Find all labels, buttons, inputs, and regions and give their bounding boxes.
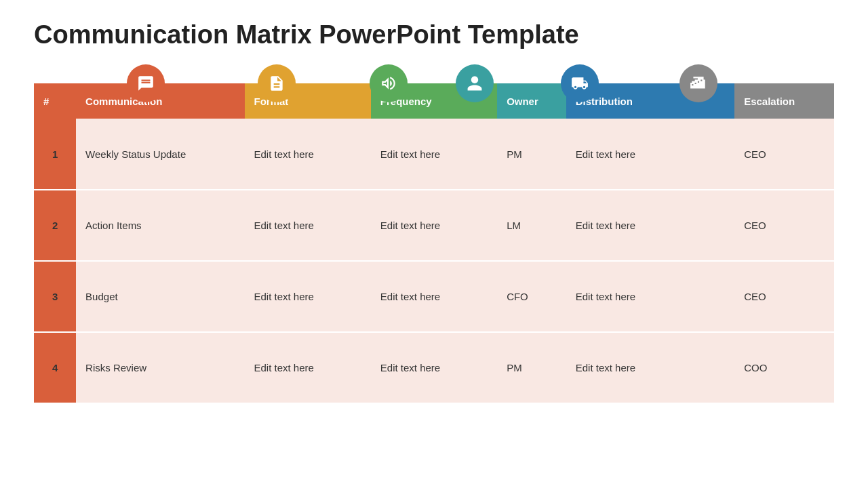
row-frequency[interactable]: Edit text here [371,261,497,332]
th-communication: Communication [76,83,244,119]
row-owner[interactable]: PM [497,119,566,190]
page-title: Communication Matrix PowerPoint Template [34,20,834,49]
table-row: 3BudgetEdit text hereEdit text hereCFOEd… [34,261,834,332]
row-owner[interactable]: LM [497,190,566,261]
row-communication[interactable]: Weekly Status Update [76,119,244,190]
row-owner[interactable]: CFO [497,261,566,332]
row-escalation[interactable]: CEO [734,261,834,332]
row-communication[interactable]: Action Items [76,190,244,261]
row-format[interactable]: Edit text here [245,119,371,190]
th-num: # [34,83,76,119]
row-escalation[interactable]: CEO [734,119,834,190]
row-frequency[interactable]: Edit text here [371,119,497,190]
row-communication[interactable]: Risks Review [76,332,244,403]
row-format[interactable]: Edit text here [245,190,371,261]
th-frequency: Frequency [371,83,497,119]
table-header: # Communication Format Frequency Owner D… [34,83,834,119]
row-frequency[interactable]: Edit text here [371,332,497,403]
row-format[interactable]: Edit text here [245,261,371,332]
table-container: # Communication Format Frequency Owner D… [34,83,834,404]
matrix-table: # Communication Format Frequency Owner D… [34,83,834,404]
row-distribution[interactable]: Edit text here [566,190,734,261]
row-distribution[interactable]: Edit text here [566,332,734,403]
row-distribution[interactable]: Edit text here [566,119,734,190]
th-escalation: Escalation [734,83,834,119]
page: Communication Matrix PowerPoint Template [0,0,868,488]
row-num[interactable]: 2 [34,190,76,261]
table-row: 1Weekly Status UpdateEdit text hereEdit … [34,119,834,190]
row-format[interactable]: Edit text here [245,332,371,403]
row-num[interactable]: 4 [34,332,76,403]
th-owner: Owner [497,83,566,119]
th-format: Format [245,83,371,119]
row-num[interactable]: 3 [34,261,76,332]
row-num[interactable]: 1 [34,119,76,190]
table-row: 4Risks ReviewEdit text hereEdit text her… [34,332,834,403]
row-frequency[interactable]: Edit text here [371,190,497,261]
table-row: 2Action ItemsEdit text hereEdit text her… [34,190,834,261]
row-communication[interactable]: Budget [76,261,244,332]
header-row: # Communication Format Frequency Owner D… [34,83,834,119]
row-distribution[interactable]: Edit text here [566,261,734,332]
row-owner[interactable]: PM [497,332,566,403]
row-escalation[interactable]: COO [734,332,834,403]
row-escalation[interactable]: CEO [734,190,834,261]
table-body: 1Weekly Status UpdateEdit text hereEdit … [34,119,834,403]
th-distribution: Distribution [566,83,734,119]
